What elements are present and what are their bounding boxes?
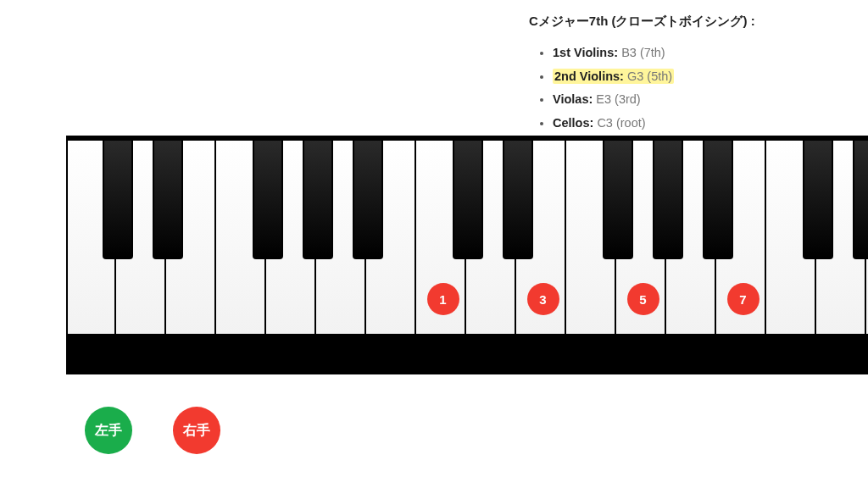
black-key[interactable] — [353, 141, 383, 259]
hand-legend: 左手 右手 — [85, 407, 220, 454]
chord-tone-marker: 7 — [727, 283, 760, 315]
voice-item: 1st Violins: B3 (7th) — [553, 42, 817, 65]
black-key[interactable] — [803, 141, 833, 259]
voice-item: Cellos: C3 (root) — [553, 112, 817, 136]
black-key[interactable] — [853, 141, 868, 259]
chord-title: Cメジャー7th (クローズトボイシング) : — [529, 14, 817, 30]
black-key[interactable] — [503, 141, 533, 259]
keyboard-keys: 1357 — [66, 141, 868, 334]
black-key[interactable] — [153, 141, 183, 259]
chord-info-panel: Cメジャー7th (クローズトボイシング) : 1st Violins: B3 … — [529, 14, 817, 135]
black-key[interactable] — [453, 141, 483, 259]
black-key[interactable] — [103, 141, 133, 259]
left-hand-chip: 左手 — [85, 407, 132, 454]
black-key[interactable] — [703, 141, 733, 259]
black-key[interactable] — [653, 141, 683, 259]
right-hand-chip: 右手 — [173, 407, 220, 454]
piano-keyboard: 1357 — [66, 136, 868, 374]
chord-tone-marker: 5 — [627, 283, 659, 315]
voice-item: Violas: E3 (3rd) — [553, 88, 817, 112]
chord-tone-marker: 3 — [527, 283, 559, 315]
black-key[interactable] — [253, 141, 283, 259]
chord-tone-marker: 1 — [427, 283, 459, 315]
voice-item-highlighted: 2nd Violins: G3 (5th) — [553, 65, 817, 89]
black-key[interactable] — [603, 141, 633, 259]
keyboard-bottom-rail — [66, 334, 868, 374]
black-key[interactable] — [303, 141, 333, 259]
voice-list: 1st Violins: B3 (7th) 2nd Violins: G3 (5… — [529, 42, 817, 135]
